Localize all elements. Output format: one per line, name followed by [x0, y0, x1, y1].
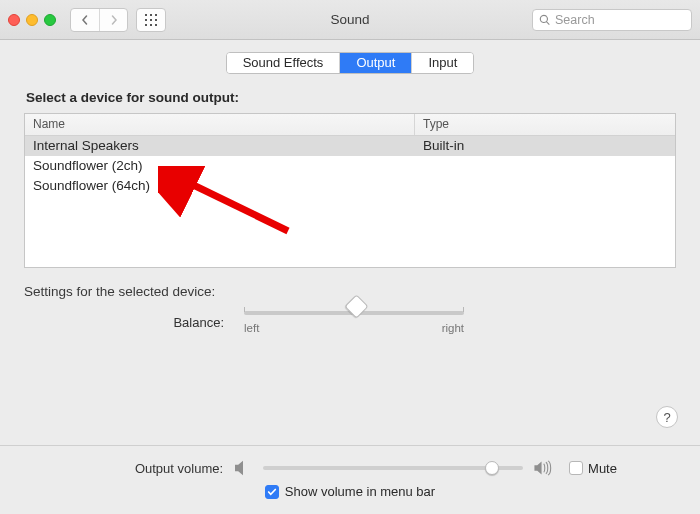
balance-slider[interactable] — [244, 311, 464, 315]
close-window-button[interactable] — [8, 14, 20, 26]
output-panel: Select a device for sound output: Name T… — [0, 90, 700, 334]
balance-label: Balance: — [154, 315, 224, 330]
device-type — [415, 156, 675, 176]
speaker-high-icon — [533, 460, 553, 476]
mute-label: Mute — [588, 461, 617, 476]
help-button[interactable]: ? — [656, 406, 678, 428]
svg-rect-5 — [155, 19, 157, 21]
show-in-menubar-label: Show volume in menu bar — [285, 484, 435, 499]
tab-bar: Sound Effects Output Input — [0, 40, 700, 84]
balance-left-caption: left — [244, 322, 259, 334]
tab-sound-effects[interactable]: Sound Effects — [227, 53, 340, 73]
nav-back-forward — [70, 8, 128, 32]
svg-rect-7 — [150, 24, 152, 26]
minimize-window-button[interactable] — [26, 14, 38, 26]
show-in-menubar-checkbox[interactable] — [265, 485, 279, 499]
output-volume-label: Output volume: — [83, 461, 223, 476]
column-header-type[interactable]: Type — [415, 114, 675, 135]
svg-rect-6 — [145, 24, 147, 26]
divider — [0, 445, 700, 446]
volume-thumb[interactable] — [485, 461, 499, 475]
window-toolbar: Sound Search — [0, 0, 700, 40]
device-name: Internal Speakers — [25, 136, 415, 156]
balance-right-caption: right — [442, 322, 464, 334]
checkbox-icon — [569, 461, 583, 475]
settings-heading: Settings for the selected device: — [24, 284, 676, 299]
search-icon — [539, 14, 551, 26]
device-name: Soundflower (2ch) — [25, 156, 415, 176]
svg-rect-2 — [155, 14, 157, 16]
svg-rect-1 — [150, 14, 152, 16]
device-name: Soundflower (64ch) — [25, 176, 415, 196]
show-all-button[interactable] — [136, 8, 166, 32]
back-button[interactable] — [71, 9, 99, 31]
balance-control: Balance: left right — [24, 311, 676, 334]
table-header: Name Type — [25, 114, 675, 136]
forward-button[interactable] — [99, 9, 127, 31]
svg-rect-4 — [150, 19, 152, 21]
device-type — [415, 176, 675, 196]
output-volume-slider[interactable] — [263, 458, 523, 478]
search-field[interactable]: Search — [532, 9, 692, 31]
select-device-heading: Select a device for sound output: — [26, 90, 676, 105]
device-table: Name Type Internal Speakers Built-in Sou… — [24, 113, 676, 268]
zoom-window-button[interactable] — [44, 14, 56, 26]
traffic-lights — [8, 14, 56, 26]
table-row[interactable]: Soundflower (64ch) — [25, 176, 675, 196]
speaker-low-icon — [233, 460, 253, 476]
search-placeholder: Search — [555, 13, 595, 27]
tab-output[interactable]: Output — [339, 53, 411, 73]
svg-rect-3 — [145, 19, 147, 21]
table-row[interactable]: Internal Speakers Built-in — [25, 136, 675, 156]
mute-checkbox[interactable]: Mute — [569, 461, 617, 476]
tab-input[interactable]: Input — [411, 53, 473, 73]
check-icon — [267, 487, 277, 497]
footer: Output volume: Mute Show volume in menu … — [0, 452, 700, 514]
column-header-name[interactable]: Name — [25, 114, 415, 135]
device-type: Built-in — [415, 136, 675, 156]
table-row[interactable]: Soundflower (2ch) — [25, 156, 675, 176]
svg-rect-0 — [145, 14, 147, 16]
svg-rect-8 — [155, 24, 157, 26]
